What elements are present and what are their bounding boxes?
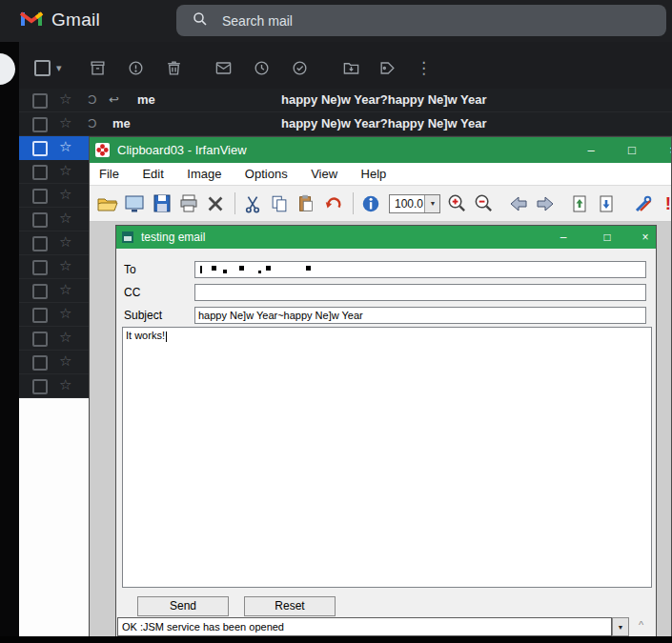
print-icon[interactable] bbox=[176, 191, 201, 216]
page-up-icon[interactable] bbox=[567, 191, 592, 216]
add-to-tasks-icon[interactable] bbox=[291, 59, 310, 78]
status-dropdown-icon[interactable]: ▼ bbox=[612, 617, 629, 636]
star-icon[interactable]: ☆ bbox=[59, 352, 71, 370]
select-all-checkbox[interactable] bbox=[34, 60, 51, 76]
minimize-button[interactable]: – bbox=[580, 137, 601, 163]
row-checkbox[interactable] bbox=[32, 189, 48, 204]
to-field[interactable] bbox=[194, 261, 646, 278]
row-checkbox[interactable] bbox=[32, 141, 48, 156]
redacted-mark bbox=[223, 270, 227, 273]
paste-icon[interactable] bbox=[294, 191, 318, 216]
redacted-mark bbox=[200, 266, 202, 273]
more-options-icon[interactable]: ⋮ bbox=[415, 58, 434, 78]
subject-label: Subject bbox=[124, 307, 162, 324]
mark-unread-icon[interactable] bbox=[214, 59, 234, 78]
redacted-mark bbox=[239, 266, 244, 271]
testing-email-titlebar[interactable]: testing email – □ × bbox=[116, 226, 656, 249]
row-checkbox[interactable] bbox=[32, 332, 48, 347]
search-icon bbox=[192, 10, 209, 31]
star-icon[interactable]: ☆ bbox=[59, 233, 71, 251]
row-checkbox[interactable] bbox=[32, 236, 48, 251]
gmail-toolbar: ▾ bbox=[0, 52, 672, 84]
star-icon[interactable]: ☆ bbox=[59, 376, 71, 393]
maximize-button[interactable]: □ bbox=[621, 137, 642, 163]
gmail-logo[interactable]: Gmail bbox=[19, 9, 100, 31]
tools-icon[interactable] bbox=[631, 191, 656, 216]
close-button[interactable]: × bbox=[635, 226, 656, 249]
menu-view[interactable]: View bbox=[301, 163, 347, 185]
star-icon[interactable]: ☆ bbox=[59, 186, 71, 203]
status-message[interactable]: OK :JSM service has been opened bbox=[117, 617, 612, 636]
info-icon[interactable] bbox=[358, 191, 383, 216]
search-bar[interactable]: Search mail bbox=[176, 5, 666, 36]
maximize-button[interactable]: □ bbox=[597, 226, 618, 249]
row-checkbox[interactable] bbox=[32, 93, 48, 109]
star-icon[interactable]: ☆ bbox=[59, 257, 71, 274]
zoom-in-icon[interactable] bbox=[444, 191, 469, 216]
previous-file-icon[interactable] bbox=[506, 191, 531, 216]
open-file-icon[interactable] bbox=[95, 191, 120, 216]
to-label: To bbox=[124, 261, 136, 278]
next-file-icon[interactable] bbox=[533, 191, 558, 216]
page-down-icon[interactable] bbox=[594, 191, 619, 216]
undo-icon[interactable] bbox=[321, 191, 346, 216]
sender: me bbox=[112, 116, 131, 131]
row-checkbox[interactable] bbox=[32, 284, 48, 299]
message-body-textarea[interactable]: It works! bbox=[122, 327, 652, 588]
row-checkbox[interactable] bbox=[32, 117, 48, 132]
send-button[interactable]: Send bbox=[137, 596, 229, 616]
star-icon[interactable]: ☆ bbox=[59, 281, 71, 298]
irfanview-app-icon bbox=[95, 143, 110, 157]
cc-field[interactable] bbox=[194, 284, 646, 301]
delete-file-icon[interactable] bbox=[203, 191, 228, 216]
row-checkbox[interactable] bbox=[32, 355, 48, 371]
cc-label: CC bbox=[124, 284, 140, 301]
row-checkbox[interactable] bbox=[32, 308, 48, 323]
email-row[interactable]: ☆ Ɔ ↩ me happy Ne)w Year?happy Ne]w Year bbox=[19, 89, 672, 112]
reset-button[interactable]: Reset bbox=[244, 596, 336, 616]
copy-icon[interactable] bbox=[267, 191, 292, 216]
select-dropdown-icon[interactable]: ▾ bbox=[56, 62, 62, 74]
slideshow-icon[interactable] bbox=[122, 191, 147, 216]
star-icon[interactable]: ☆ bbox=[59, 329, 71, 346]
star-icon[interactable]: ☆ bbox=[59, 138, 71, 155]
star-icon[interactable]: ☆ bbox=[59, 210, 71, 227]
irfanview-toolbar: 100.0 ▼ bbox=[90, 186, 671, 222]
menu-help[interactable]: Help bbox=[352, 163, 397, 185]
zoom-dropdown-icon[interactable]: ▼ bbox=[424, 195, 439, 212]
email-row[interactable]: ☆ Ɔ me happy Ne)w Year?happy Ne]w Year bbox=[19, 112, 672, 136]
menu-options[interactable]: Options bbox=[235, 163, 297, 185]
archive-icon[interactable] bbox=[89, 59, 108, 78]
labels-icon[interactable] bbox=[378, 59, 397, 78]
star-icon[interactable]: ☆ bbox=[59, 90, 71, 108]
irfanview-window: Clipboard03 - IrfanView – □ × File Edit … bbox=[89, 136, 672, 640]
star-icon[interactable]: ☆ bbox=[59, 114, 71, 131]
star-icon[interactable]: ☆ bbox=[59, 305, 71, 322]
save-icon[interactable] bbox=[149, 191, 173, 216]
snooze-icon[interactable] bbox=[253, 59, 272, 78]
list-end-panel bbox=[19, 398, 89, 636]
zoom-out-icon[interactable] bbox=[472, 191, 497, 216]
reply-indicator-icon: ↩ bbox=[109, 92, 119, 107]
warning-icon[interactable]: ! bbox=[665, 193, 671, 214]
zoom-value[interactable]: 100.0 bbox=[390, 195, 424, 212]
minimize-button[interactable]: – bbox=[553, 226, 574, 249]
zoom-combobox[interactable]: 100.0 ▼ bbox=[389, 194, 440, 213]
close-button[interactable]: × bbox=[662, 137, 672, 163]
menu-file[interactable]: File bbox=[90, 163, 129, 185]
resize-grip-icon[interactable]: ^ bbox=[639, 619, 643, 631]
star-icon[interactable]: ☆ bbox=[59, 162, 71, 179]
menu-edit[interactable]: Edit bbox=[132, 163, 173, 185]
move-to-icon[interactable] bbox=[342, 59, 361, 78]
menu-image[interactable]: Image bbox=[177, 163, 231, 185]
report-spam-icon[interactable] bbox=[127, 59, 146, 78]
row-checkbox[interactable] bbox=[32, 379, 48, 394]
row-checkbox[interactable] bbox=[32, 212, 48, 228]
row-checkbox[interactable] bbox=[32, 165, 48, 180]
search-input[interactable]: Search mail bbox=[222, 13, 293, 29]
irfanview-titlebar[interactable]: Clipboard03 - IrfanView – □ × bbox=[90, 137, 671, 163]
cut-icon[interactable] bbox=[240, 191, 265, 216]
subject-field[interactable]: happy Ne]w Year~happy Ne]w Year bbox=[194, 307, 646, 324]
delete-icon[interactable] bbox=[165, 59, 184, 78]
row-checkbox[interactable] bbox=[32, 260, 48, 275]
